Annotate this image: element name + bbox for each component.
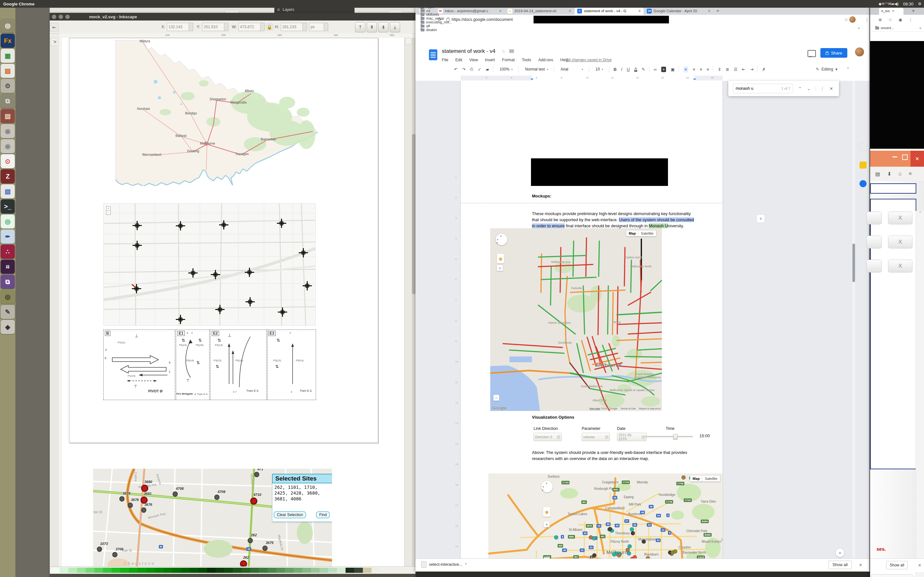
map-pan-control[interactable] [541,481,553,492]
inkscape-canvas[interactable]: MilduraHorshamBendigoSheppartonWangaratt… [62,38,404,566]
color-swatch[interactable] [372,568,380,573]
align-center-button[interactable]: ≡ [693,67,695,72]
maximize-button[interactable] [902,155,908,160]
site-marker[interactable] [173,492,178,496]
toolbar-icon[interactable]: ◉ [899,17,902,22]
volume-icon[interactable]: ◀) [894,2,898,6]
numbered-list-icon[interactable]: ≣ [726,67,729,72]
color-swatch[interactable] [276,568,285,573]
underline-button[interactable]: U [627,67,630,72]
site-marker[interactable] [97,546,102,552]
site-marker[interactable] [112,552,118,557]
snap-icon[interactable] [405,38,412,44]
font-select[interactable]: Arial▾ [559,66,585,72]
intersection-node[interactable] [135,223,139,227]
keep-sidebar-icon[interactable] [859,161,867,169]
tasks-sidebar-icon[interactable] [859,180,867,187]
add-comment-button[interactable]: + [756,214,765,223]
color-swatch[interactable] [268,568,276,573]
launcher-icon[interactable]: ⧉ [1,94,15,108]
redo-icon[interactable]: ↷ [462,67,465,72]
find-previous-icon[interactable]: ⌃ [798,86,802,91]
tab-close-icon[interactable]: ✕ [499,9,502,13]
intersection-node[interactable] [134,287,139,291]
find-button[interactable]: Find [316,511,330,518]
intersection-node[interactable] [248,300,252,304]
tab-close-icon[interactable]: ✕ [708,9,711,13]
form-field[interactable] [870,183,916,193]
incident-marker[interactable] [642,540,646,544]
menu-item[interactable]: Format [502,58,515,62]
zoom-in-button[interactable]: + [544,522,549,527]
zoom-out-button[interactable]: − [544,558,549,558]
incident-marker[interactable] [682,475,686,480]
color-swatch[interactable] [190,568,198,573]
color-swatch[interactable] [328,568,337,573]
remove-button[interactable]: X [888,211,913,224]
color-swatch[interactable] [285,568,294,573]
zoom-in-button[interactable]: + [497,265,503,271]
explore-button[interactable]: ✦ [836,549,844,557]
color-swatch[interactable] [250,568,259,573]
launcher-icon[interactable]: ⊙ [1,154,15,168]
bookmarks-overflow-icon[interactable]: » [919,26,921,30]
x-spinner[interactable] [189,23,193,31]
color-swatch[interactable] [259,568,268,573]
satellite-button[interactable]: Satellite [702,476,720,482]
paragraph-style-select[interactable]: Normal text▾ [523,66,550,72]
color-swatch[interactable] [60,568,68,573]
browser-tab[interactable]: ▲ 2019-04-14_statement-of- ✕ [505,7,574,15]
docs-ruler[interactable]: 2468101214161820 [415,76,869,81]
browser-tab[interactable]: n_tvs✕ [879,7,903,15]
x-field[interactable]: 132.143 [167,23,190,31]
color-swatch[interactable] [233,568,242,573]
font-size-select[interactable]: 10▾ [594,66,605,72]
launcher-icon[interactable]: Z [1,169,15,183]
comments-icon[interactable] [808,50,816,57]
show-all-button[interactable]: Show all [886,561,908,569]
color-swatch[interactable] [77,568,86,573]
launcher-icon[interactable]: >_ [1,199,15,213]
slider-thumb[interactable] [673,434,678,440]
insert-image-icon[interactable]: ▣ [670,67,674,72]
share-button[interactable]: Share [821,48,847,58]
scroll-up-icon[interactable]: ⌃ [919,211,922,215]
toolbar-icon[interactable]: ⌂ [899,171,902,177]
h-spinner[interactable] [302,23,307,31]
bookmark-item[interactable]: onvert... [875,26,894,30]
clear-formatting-icon[interactable]: ✗ [762,67,766,72]
toolbar-icon[interactable]: ≡ [909,171,911,177]
color-swatch[interactable] [311,568,320,573]
zoom-out-button[interactable]: − [493,395,499,401]
bookmark-item[interactable]: afl [421,24,452,28]
launcher-icon[interactable]: ▧ [1,184,15,198]
intersection-node[interactable] [213,272,218,277]
color-swatch[interactable] [86,568,94,573]
unit-spinner[interactable] [324,23,328,31]
indent-icon[interactable]: ⇥ [750,67,754,72]
clear-selection-button[interactable]: Clear Selection [274,511,306,518]
lock-icon[interactable]: 🔒 [266,23,273,31]
site-marker[interactable] [141,485,148,492]
site-marker[interactable] [120,496,124,501]
intersection-node[interactable] [301,251,305,255]
y-field[interactable]: 251.910 [202,23,225,31]
toolbar-icon[interactable]: ▤ [875,171,880,177]
bookmark-item[interactable]: skillsets [421,13,452,16]
body-paragraph[interactable]: These mockups provide preliminary high-l… [532,211,696,229]
mail-icon[interactable]: ✉ [888,2,891,6]
launcher-icon[interactable]: ▤ [1,109,15,123]
incident-marker[interactable] [633,555,637,558]
menu-dots-icon[interactable]: ⋮ [865,17,869,22]
launcher-icon[interactable]: ✒ [1,229,15,243]
color-swatch[interactable] [129,568,137,573]
map-attribution[interactable]: Report a map error [639,407,661,410]
launcher-icon[interactable]: ◆ [1,320,15,334]
highlight-button[interactable]: ✎ [642,67,645,72]
color-swatch[interactable] [363,568,372,573]
star-icon[interactable]: ☆ [501,49,506,54]
download-bar-close-icon[interactable]: ✕ [918,563,921,568]
find-close-icon[interactable]: ✕ [830,86,833,91]
tab-close-icon[interactable]: ✕ [892,9,895,13]
toolbar-icon[interactable]: ⬇ [887,171,891,177]
